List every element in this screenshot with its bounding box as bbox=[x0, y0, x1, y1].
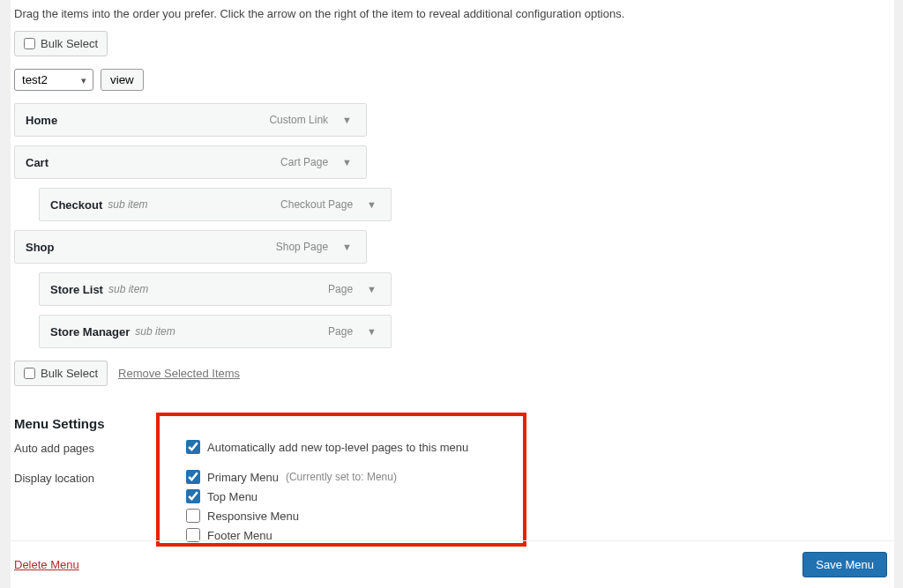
remove-selected-link[interactable]: Remove Selected Items bbox=[118, 367, 240, 380]
auto-add-label: Auto add pages bbox=[14, 440, 151, 459]
bulk-select-top-checkbox[interactable] bbox=[24, 38, 35, 49]
menu-item[interactable]: Checkout sub item Checkout Page ▼ bbox=[39, 188, 392, 221]
menu-item[interactable]: Shop Shop Page ▼ bbox=[14, 230, 367, 264]
location-label: Top Menu bbox=[207, 490, 257, 503]
display-location-label: Display location bbox=[14, 470, 151, 547]
menu-item-type: Checkout Page bbox=[280, 198, 353, 211]
location-option-responsive[interactable]: Responsive Menu bbox=[186, 509, 891, 523]
auto-add-row: Auto add pages Automatically add new top… bbox=[14, 440, 891, 459]
sub-item-tag: sub item bbox=[135, 325, 175, 338]
bulk-select-label: Bulk Select bbox=[41, 37, 98, 50]
menu-item-title: Store List bbox=[50, 283, 103, 296]
location-checkbox[interactable] bbox=[186, 509, 200, 523]
menu-item-type: Custom Link bbox=[269, 114, 328, 126]
location-option-top[interactable]: Top Menu bbox=[186, 489, 891, 503]
menu-name-select[interactable]: test2 bbox=[14, 69, 93, 91]
menu-item[interactable]: Store List sub item Page ▼ bbox=[39, 272, 392, 306]
location-note: (Currently set to: Menu) bbox=[286, 471, 397, 483]
location-label: Primary Menu bbox=[207, 471, 279, 484]
menu-item[interactable]: Store Manager sub item Page ▼ bbox=[39, 315, 392, 348]
menu-item[interactable]: Home Custom Link ▼ bbox=[14, 103, 367, 137]
sub-item-tag: sub item bbox=[108, 283, 148, 295]
location-checkbox[interactable] bbox=[186, 489, 200, 503]
location-option-primary[interactable]: Primary Menu (Currently set to: Menu) bbox=[186, 470, 891, 484]
bulk-select-top-button[interactable]: Bulk Select bbox=[14, 31, 108, 56]
save-menu-button[interactable]: Save Menu bbox=[802, 552, 887, 577]
auto-add-checkbox[interactable] bbox=[186, 440, 200, 454]
bulk-select-top-row: Bulk Select bbox=[11, 27, 894, 60]
chevron-down-icon[interactable]: ▼ bbox=[339, 240, 355, 254]
menu-item-title: Cart bbox=[26, 156, 49, 169]
chevron-down-icon[interactable]: ▼ bbox=[339, 113, 355, 127]
menu-items-list: Home Custom Link ▼ Cart Cart Page ▼ Chec… bbox=[11, 103, 894, 348]
chevron-down-icon[interactable]: ▼ bbox=[339, 155, 355, 169]
bulk-select-label: Bulk Select bbox=[41, 367, 98, 380]
auto-add-text: Automatically add new top-level pages to… bbox=[207, 441, 468, 454]
menu-item-title: Checkout bbox=[50, 198, 102, 212]
bulk-select-bottom-button[interactable]: Bulk Select bbox=[14, 361, 108, 386]
footer-row: Delete Menu Save Menu bbox=[11, 540, 894, 588]
menu-item-title: Shop bbox=[26, 241, 55, 254]
bulk-select-bottom-row: Bulk Select Remove Selected Items bbox=[11, 357, 894, 390]
menu-item-type: Cart Page bbox=[280, 156, 328, 168]
instructions-text: Drag the items into the order you prefer… bbox=[11, 0, 894, 27]
sub-item-tag: sub item bbox=[108, 198, 147, 211]
menu-item-title: Home bbox=[26, 114, 57, 127]
menu-select-row: test2 view bbox=[11, 67, 894, 93]
chevron-down-icon[interactable]: ▼ bbox=[363, 324, 380, 339]
auto-add-option[interactable]: Automatically add new top-level pages to… bbox=[186, 440, 891, 454]
bulk-select-bottom-checkbox[interactable] bbox=[24, 368, 35, 379]
menu-structure-panel: Drag the items into the order you prefer… bbox=[11, 0, 894, 588]
menu-item-type: Page bbox=[328, 325, 353, 338]
chevron-down-icon[interactable]: ▼ bbox=[363, 197, 380, 212]
location-checkbox[interactable] bbox=[186, 470, 200, 484]
menu-item-type: Page bbox=[328, 283, 353, 295]
chevron-down-icon[interactable]: ▼ bbox=[363, 282, 380, 296]
menu-item[interactable]: Cart Cart Page ▼ bbox=[14, 145, 367, 179]
menu-item-title: Store Manager bbox=[50, 325, 130, 339]
view-button[interactable]: view bbox=[101, 69, 144, 91]
menu-settings-heading: Menu Settings bbox=[14, 416, 891, 431]
menu-settings-section: Menu Settings Auto add pages Automatical… bbox=[11, 397, 894, 547]
menu-item-type: Shop Page bbox=[276, 241, 328, 253]
display-location-row: Display location Primary Menu (Currently… bbox=[14, 470, 891, 547]
delete-menu-link[interactable]: Delete Menu bbox=[14, 558, 79, 571]
location-label: Responsive Menu bbox=[207, 510, 299, 523]
